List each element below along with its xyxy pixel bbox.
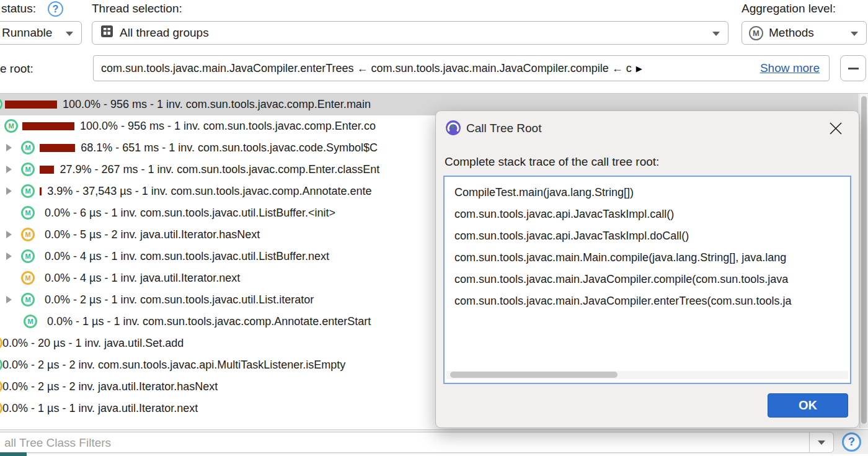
stack-trace-line: com.sun.tools.javac.main.Main.compile(ja… <box>454 247 848 269</box>
aggregation-level-label: Aggregation level: <box>742 2 836 16</box>
tree-row-label: 100.0% - 956 ms - 1 inv. com.sun.tools.j… <box>80 115 376 137</box>
class-filter-combo[interactable] <box>0 432 834 453</box>
tree-row-label: 3.9% - 37,543 µs - 1 inv. com.sun.tools.… <box>47 181 371 202</box>
tree-row-label: 0.0% - 6 µs - 1 inv. com.sun.tools.javac… <box>45 202 335 224</box>
tree-row-label: 68.1% - 651 ms - 1 inv. com.sun.tools.ja… <box>81 137 378 159</box>
time-bar <box>22 122 74 130</box>
chevron-down-icon[interactable] <box>66 32 73 36</box>
dialog-title: Call Tree Root <box>466 122 541 135</box>
clipped-method-icon <box>0 97 2 111</box>
tree-row-label: 0.0% - 5 µs - 2 inv. java.util.Iterator.… <box>45 224 260 246</box>
expand-arrow-icon[interactable] <box>6 144 12 151</box>
method-icon: M <box>21 163 35 176</box>
time-bar <box>40 144 75 152</box>
tree-row-label: 27.9% - 267 ms - 1 inv. com.sun.tools.ja… <box>60 159 379 181</box>
tree-row-label: 0.0% - 1 µs - 1 inv. java.util.Iterator.… <box>2 398 198 419</box>
time-bar <box>40 187 42 195</box>
aggregation-level-value: Methods <box>769 26 814 40</box>
stack-trace-line: com.sun.tools.javac.api.JavacTaskImpl.do… <box>454 225 848 247</box>
expand-arrow-icon[interactable] <box>6 166 12 173</box>
method-icon: M <box>21 271 35 285</box>
method-icon: M <box>4 119 18 133</box>
help-icon[interactable]: ? <box>48 1 63 17</box>
aggregation-level-select[interactable]: M Methods <box>742 21 867 45</box>
tree-row-label: 100.0% - 956 ms - 1 inv. com.sun.tools.j… <box>63 94 371 115</box>
dialog-description: Complete stack trace of the call tree ro… <box>445 155 659 169</box>
ok-button[interactable]: OK <box>768 393 848 418</box>
show-more-link[interactable]: Show more <box>760 61 820 75</box>
tree-row-label: 0.0% - 4 µs - 1 inv. java.util.Iterator.… <box>45 267 240 289</box>
chevron-down-icon[interactable] <box>851 32 858 36</box>
close-icon[interactable] <box>829 122 843 135</box>
expand-arrow-icon[interactable] <box>6 296 12 303</box>
method-icon: M <box>21 206 35 220</box>
call-tree-root-label: e root: <box>0 62 33 76</box>
method-icon: M <box>21 228 35 241</box>
stack-horizontal-scrollbar[interactable] <box>446 371 848 379</box>
class-filter-input[interactable] <box>3 434 799 452</box>
call-tree-root-field[interactable]: com.sun.tools.javac.main.JavaCompiler.en… <box>93 55 830 81</box>
stack-trace-line: com.sun.tools.javac.api.JavacTaskImpl.ca… <box>454 203 848 225</box>
thread-selection-select[interactable]: All thread groups <box>92 21 728 45</box>
stack-trace-line: CompileTest.main(java.lang.String[]) <box>454 182 848 203</box>
tree-row-label: 0.0% - 2 µs - 1 inv. com.sun.tools.javac… <box>45 289 314 311</box>
class-filter-bar <box>0 429 868 454</box>
chevron-down-icon[interactable] <box>712 32 720 36</box>
stack-trace-lines: CompileTest.main(java.lang.String[])com.… <box>454 182 848 365</box>
profiler-window: status: ? Thread selection: Aggregation … <box>0 0 868 456</box>
collapse-button[interactable] <box>840 55 866 81</box>
scrollbar-thumb[interactable] <box>861 96 867 424</box>
call-tree-root-value: com.sun.tools.javac.main.JavaCompiler.en… <box>101 62 632 75</box>
tree-vertical-scrollbar[interactable] <box>859 94 868 428</box>
call-tree-root-dialog: Call Tree Root Complete stack trace of t… <box>435 110 859 428</box>
expand-arrow-icon[interactable] <box>6 231 12 238</box>
expand-arrow-icon[interactable] <box>6 187 12 195</box>
method-icon: M <box>21 249 35 263</box>
expand-text-icon[interactable]: ▶ <box>636 64 642 73</box>
methods-icon: M <box>749 26 763 40</box>
time-bar <box>40 166 54 174</box>
tree-row-label: 0.0% - 1 µs - 1 inv. com.sun.tools.javac… <box>47 311 371 333</box>
tree-row-label: 0.0% - 4 µs - 1 inv. com.sun.tools.javac… <box>45 246 329 267</box>
thread-status-value: Runnable <box>2 26 52 40</box>
tree-row-label: 0.0% - 2 µs - 2 inv. com.sun.tools.javac… <box>2 354 345 376</box>
expand-arrow-icon[interactable] <box>6 253 12 260</box>
thread-status-select[interactable]: Runnable <box>0 21 82 45</box>
tree-row-label: 0.0% - 2 µs - 2 inv. java.util.Iterator.… <box>2 376 218 398</box>
thread-selection-label: Thread selection: <box>92 2 182 16</box>
stack-trace-line: com.sun.tools.javac.main.JavaCompiler.en… <box>454 290 848 312</box>
jprofiler-logo-icon <box>445 120 461 138</box>
stack-trace-line: com.sun.tools.javac.main.JavaCompiler.co… <box>454 269 848 290</box>
method-icon: M <box>21 184 35 198</box>
method-icon: M <box>21 293 35 306</box>
scrollbar-thumb[interactable] <box>450 372 618 378</box>
combo-divider <box>809 432 810 452</box>
time-bar <box>5 101 57 109</box>
thread-selection-value: All thread groups <box>120 26 209 40</box>
chevron-down-icon[interactable] <box>818 440 825 445</box>
tree-row-label: 0.0% - 20 µs - 1 inv. java.util.Set.add <box>2 333 184 354</box>
bottom-left-accent <box>0 452 27 456</box>
stack-trace-box[interactable]: CompileTest.main(java.lang.String[])com.… <box>443 176 851 384</box>
help-icon[interactable]: ? <box>842 432 861 452</box>
method-icon: M <box>21 141 35 154</box>
method-icon: M <box>24 315 37 328</box>
thread-status-label: status: <box>1 2 36 16</box>
minus-icon <box>848 68 859 69</box>
thread-groups-icon <box>100 25 113 41</box>
